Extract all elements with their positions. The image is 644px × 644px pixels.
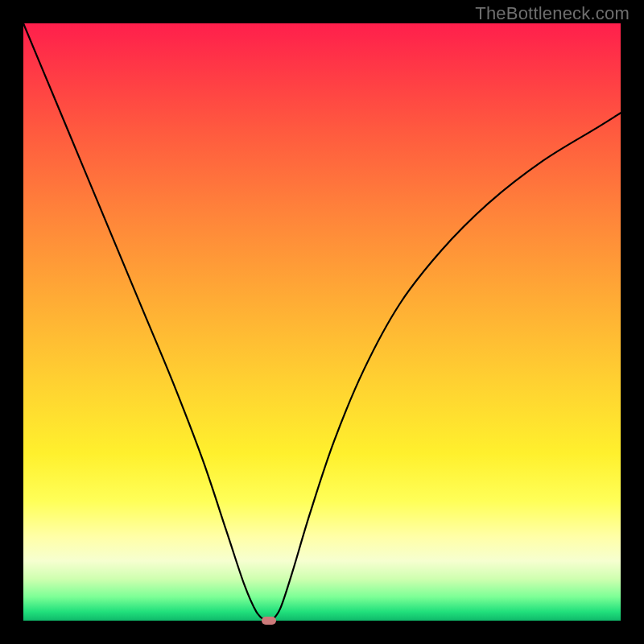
plot-area xyxy=(23,23,621,621)
optimum-marker xyxy=(262,617,276,625)
bottleneck-curve xyxy=(23,23,621,621)
watermark-text: TheBottleneck.com xyxy=(475,3,630,24)
chart-frame: TheBottleneck.com xyxy=(0,0,644,644)
